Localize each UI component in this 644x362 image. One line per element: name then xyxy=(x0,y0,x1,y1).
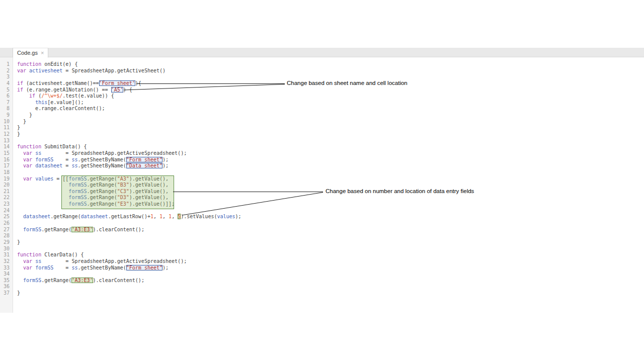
line-number: 28 xyxy=(0,233,13,239)
code-token xyxy=(17,157,23,162)
code-line: } xyxy=(17,239,242,246)
line-number: 35 xyxy=(0,278,13,284)
code-token: ).clearContent(); xyxy=(93,278,144,283)
code-token: .getSheetByName( xyxy=(77,157,126,162)
code-token xyxy=(17,214,23,219)
code-token: var xyxy=(23,176,32,182)
code-token: "C3" xyxy=(117,189,129,194)
code-token: ).setValues( xyxy=(181,214,217,219)
code-line: var activesheet = SpreadsheetApp.getActi… xyxy=(17,68,242,74)
code-token: "A3" xyxy=(117,176,129,182)
code-area[interactable]: function onEdit(e) {var activesheet = Sp… xyxy=(17,61,242,297)
code-line: formSS.getRange("B3").getValue(), xyxy=(17,182,242,189)
line-number: 31 xyxy=(0,252,13,258)
code-line: } xyxy=(17,125,242,131)
code-line: if (e.range.getA1Notation() == 'A5') { xyxy=(17,87,242,94)
code-token: if xyxy=(17,87,23,93)
code-line: formSS.getRange('A3:E3').clearContent(); xyxy=(17,227,242,233)
apps-script-editor-page: Code.gs × 123456789101112131415161718192… xyxy=(0,0,644,362)
line-number: 19 xyxy=(0,176,13,183)
line-number: 36 xyxy=(0,284,13,290)
code-line: if (activesheet.getName()=='Form sheet')… xyxy=(17,80,242,87)
line-number: 8 xyxy=(0,106,13,112)
annotation-text-data-fields: Change based on number and location of d… xyxy=(326,188,474,195)
code-token: = xyxy=(53,157,71,162)
code-token: ) { xyxy=(123,87,132,93)
code-token: = SpreadsheetApp.getActiveSheet() xyxy=(62,68,166,73)
tab-code-gs[interactable]: Code.gs × xyxy=(13,48,48,58)
code-line: formSS.getRange("D3").getValue(), xyxy=(17,195,242,201)
highlight-box-blue: "Form sheet" xyxy=(126,265,163,270)
code-token: ); xyxy=(163,265,169,270)
highlight-box-green: 'A3:E3' xyxy=(71,278,93,283)
code-token: var xyxy=(23,163,32,168)
code-token: formSS xyxy=(23,227,41,232)
code-token: .getRange( xyxy=(87,182,117,188)
code-line: if (/^\w+$/.test(e.value)) { xyxy=(17,93,242,100)
code-token: .getSheetByName( xyxy=(77,163,126,168)
line-number: 12 xyxy=(0,131,13,138)
line-number: 18 xyxy=(0,169,13,176)
highlight-box-blue: "Form sheet" xyxy=(126,157,163,162)
code-token: [e.value](); xyxy=(47,100,84,105)
code-token: function xyxy=(17,252,41,257)
code-token: .getRange( xyxy=(87,189,117,194)
code-token: ss xyxy=(71,163,77,168)
code-token xyxy=(17,150,23,156)
code-line: var ss = SpreadsheetApp.getActiveSpreads… xyxy=(17,258,242,265)
code-line: var datasheet = ss.getSheetByName("Data … xyxy=(17,163,242,169)
code-token: formSS xyxy=(68,189,87,194)
code-token: formSS xyxy=(68,182,87,188)
code-line: } xyxy=(17,290,242,297)
code-token: if xyxy=(17,80,23,86)
code-token: var xyxy=(17,68,26,73)
line-number: 30 xyxy=(0,246,13,252)
code-token: = [[ xyxy=(53,176,68,182)
code-token: .test(e.value)) { xyxy=(62,93,114,99)
highlight-box-blue: 'A5' xyxy=(111,87,123,93)
code-token xyxy=(17,195,68,200)
code-line: } xyxy=(17,119,242,125)
tab-label: Code.gs xyxy=(17,50,38,56)
code-token xyxy=(17,265,23,270)
code-token: .getRange( xyxy=(50,214,80,219)
line-number: 13 xyxy=(0,138,13,144)
line-number: 24 xyxy=(0,208,13,214)
code-line: function SubmitData() { xyxy=(17,144,242,150)
line-number: 10 xyxy=(0,119,13,125)
code-line: formSS.getRange("C3").getValue(), xyxy=(17,189,242,195)
code-token: ).getValue(), xyxy=(129,176,169,182)
editor-tab-bar xyxy=(0,48,644,57)
code-token: formSS xyxy=(68,201,87,207)
code-token: , xyxy=(163,214,169,219)
code-token: activesheet xyxy=(29,68,62,73)
highlight-box-blue: "Data sheet" xyxy=(126,163,163,168)
code-token xyxy=(17,100,35,105)
line-number: 23 xyxy=(0,201,13,208)
code-token: .getRange( xyxy=(87,201,117,207)
code-token: = SpreadsheetApp.getActiveSpreadsheet(); xyxy=(41,150,187,156)
code-token xyxy=(17,93,29,99)
line-number: 34 xyxy=(0,271,13,278)
line-number: 16 xyxy=(0,157,13,163)
code-token xyxy=(17,227,23,232)
line-number: 21 xyxy=(0,189,13,195)
code-token: var xyxy=(23,265,32,270)
code-line: e.range.clearContent(); xyxy=(17,106,242,112)
code-token: /^\w+$/ xyxy=(41,93,62,99)
code-token: ).getValue()]]; xyxy=(129,201,175,207)
code-token xyxy=(17,278,23,283)
code-token: values xyxy=(217,214,235,219)
code-token: = SpreadsheetApp.getActiveSpreadsheet(); xyxy=(41,258,187,264)
code-token: formSS xyxy=(68,195,87,200)
code-token: ( xyxy=(35,93,41,99)
code-token: ); xyxy=(163,163,169,168)
line-number: 11 xyxy=(0,125,13,131)
code-line xyxy=(17,246,242,252)
code-token xyxy=(17,182,68,188)
code-token: var xyxy=(23,258,32,264)
code-token: = xyxy=(62,163,71,168)
line-number: 4 xyxy=(0,80,13,87)
code-token: formSS xyxy=(35,157,53,162)
tab-close-icon[interactable]: × xyxy=(41,50,44,56)
